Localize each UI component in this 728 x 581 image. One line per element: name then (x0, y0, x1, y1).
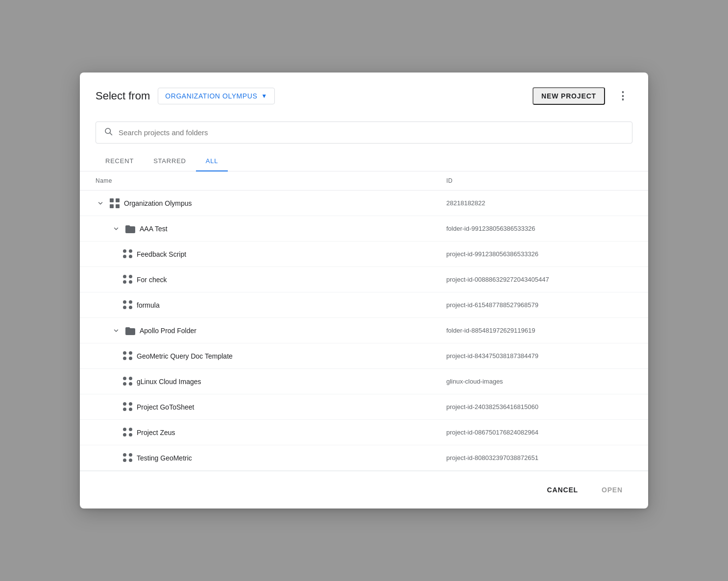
row-name-text: AAA Test (140, 225, 168, 233)
row-id-cell: folder-id-991238056386533326 (446, 225, 632, 232)
row-name-text: For check (137, 276, 167, 284)
project-icon (123, 300, 133, 310)
svg-line-1 (110, 133, 112, 135)
row-name-text: Project Zeus (137, 429, 175, 436)
row-indent: formula (96, 300, 160, 310)
search-container (80, 118, 648, 151)
row-name-cell: gLinux Cloud Images (96, 377, 446, 387)
table-row[interactable]: Project Zeus project-id-0867501768240829… (80, 420, 648, 445)
row-id-cell: glinux-cloud-images (446, 378, 632, 385)
row-name-text: formula (137, 301, 160, 309)
org-name-label: ORGANIZATION OLYMPUS (165, 92, 257, 100)
table-row[interactable]: Apollo Prod Folder folder-id-88548197262… (80, 318, 648, 343)
table-row[interactable]: For check project-id-0088863292720434054… (80, 267, 648, 292)
row-id-cell: project-id-615487788527968579 (446, 301, 632, 309)
row-indent: Project Zeus (96, 428, 175, 437)
tab-starred[interactable]: STARRED (144, 151, 196, 171)
table-row[interactable]: GeoMetric Query Doc Template project-id-… (80, 343, 648, 369)
row-indent: Testing GeoMetric (96, 453, 192, 463)
row-name-cell: Apollo Prod Folder (96, 326, 446, 336)
row-expand-toggle[interactable] (96, 198, 105, 208)
column-header-id: ID (446, 177, 632, 184)
search-icon (104, 127, 113, 138)
row-id-cell: project-id-991238056386533326 (446, 250, 632, 258)
project-icon (123, 428, 133, 437)
table-row[interactable]: Testing GeoMetric project-id-80803239703… (80, 445, 648, 471)
table-row[interactable]: Project GoToSheet project-id-24038253641… (80, 394, 648, 420)
project-icon (123, 377, 133, 387)
search-input[interactable] (119, 128, 624, 137)
row-expand-toggle[interactable] (111, 326, 121, 336)
table-body: Organization Olympus 28218182822 (80, 191, 648, 471)
row-id-cell: project-id-086750176824082964 (446, 429, 632, 436)
cancel-button[interactable]: CANCEL (537, 481, 588, 499)
row-name-cell: Organization Olympus (96, 198, 446, 209)
new-project-button[interactable]: NEW PROJECT (533, 87, 605, 105)
row-indent: AAA Test (96, 224, 168, 234)
row-name-text: Feedback Script (137, 250, 186, 258)
folder-icon (125, 326, 136, 336)
folder-icon (125, 224, 136, 234)
row-indent: gLinux Cloud Images (96, 377, 201, 387)
table-header: Name ID (80, 171, 648, 191)
row-id-cell: project-id-008886329272043405447 (446, 276, 632, 283)
row-name-cell: Feedback Script (96, 249, 446, 259)
table-row[interactable]: AAA Test folder-id-991238056386533326 (80, 216, 648, 242)
column-header-name: Name (96, 177, 446, 184)
svg-point-0 (105, 128, 111, 134)
project-icon (123, 402, 133, 412)
row-name-text: gLinux Cloud Images (137, 378, 201, 386)
row-name-cell: GeoMetric Query Doc Template (96, 351, 446, 361)
open-button[interactable]: OPEN (592, 481, 632, 499)
row-indent: GeoMetric Query Doc Template (96, 351, 233, 361)
row-name-cell: For check (96, 275, 446, 285)
row-indent: Apollo Prod Folder (96, 326, 196, 336)
table-row[interactable]: gLinux Cloud Images glinux-cloud-images (80, 369, 648, 394)
dialog-footer: CANCEL OPEN (80, 471, 648, 508)
org-icon (109, 198, 120, 209)
dialog-header: Select from ORGANIZATION OLYMPUS ▼ NEW P… (80, 73, 648, 118)
org-dropdown-chevron-icon: ▼ (261, 93, 267, 99)
row-indent: For check (96, 275, 167, 285)
svg-rect-4 (110, 204, 114, 208)
tab-recent[interactable]: RECENT (96, 151, 144, 171)
row-indent: Project GoToSheet (96, 402, 194, 412)
row-name-cell: AAA Test (96, 224, 446, 234)
table-row[interactable]: formula project-id-615487788527968579 (80, 292, 648, 318)
row-name-text: Project GoToSheet (137, 403, 194, 411)
row-name-text: Apollo Prod Folder (140, 327, 196, 335)
project-icon (123, 351, 133, 361)
row-id-cell: 28218182822 (446, 199, 632, 207)
row-name-cell: Project GoToSheet (96, 402, 446, 412)
row-id-cell: folder-id-885481972629119619 (446, 327, 632, 334)
row-name-cell: Project Zeus (96, 428, 446, 437)
more-menu-button[interactable]: ⋮ (613, 86, 632, 106)
svg-rect-3 (116, 198, 120, 202)
row-id-cell: project-id-843475038187384479 (446, 352, 632, 360)
svg-rect-2 (110, 198, 114, 202)
row-id-cell: project-id-240382536416815060 (446, 403, 632, 411)
row-indent: Organization Olympus (96, 198, 192, 209)
select-from-label: Select from (96, 90, 150, 102)
row-id-cell: project-id-808032397038872651 (446, 454, 632, 461)
project-icon (123, 249, 133, 259)
tab-all[interactable]: ALL (196, 151, 228, 171)
row-name-cell: formula (96, 300, 446, 310)
row-name-text: Organization Olympus (124, 199, 192, 207)
row-indent: Feedback Script (96, 249, 186, 259)
backdrop: Select from ORGANIZATION OLYMPUS ▼ NEW P… (0, 0, 728, 581)
svg-rect-5 (116, 204, 120, 208)
table-row[interactable]: Feedback Script project-id-9912380563865… (80, 242, 648, 267)
tabs-container: RECENT STARRED ALL (80, 151, 648, 171)
row-name-text: Testing GeoMetric (137, 454, 192, 462)
project-picker-dialog: Select from ORGANIZATION OLYMPUS ▼ NEW P… (80, 73, 648, 508)
row-name-text: GeoMetric Query Doc Template (137, 352, 233, 360)
row-expand-toggle[interactable] (111, 224, 121, 234)
project-icon (123, 275, 133, 285)
more-icon: ⋮ (617, 90, 628, 102)
project-icon (123, 453, 133, 463)
org-dropdown[interactable]: ORGANIZATION OLYMPUS ▼ (158, 88, 274, 104)
row-name-cell: Testing GeoMetric (96, 453, 446, 463)
table-row[interactable]: Organization Olympus 28218182822 (80, 191, 648, 216)
search-box (96, 121, 632, 144)
